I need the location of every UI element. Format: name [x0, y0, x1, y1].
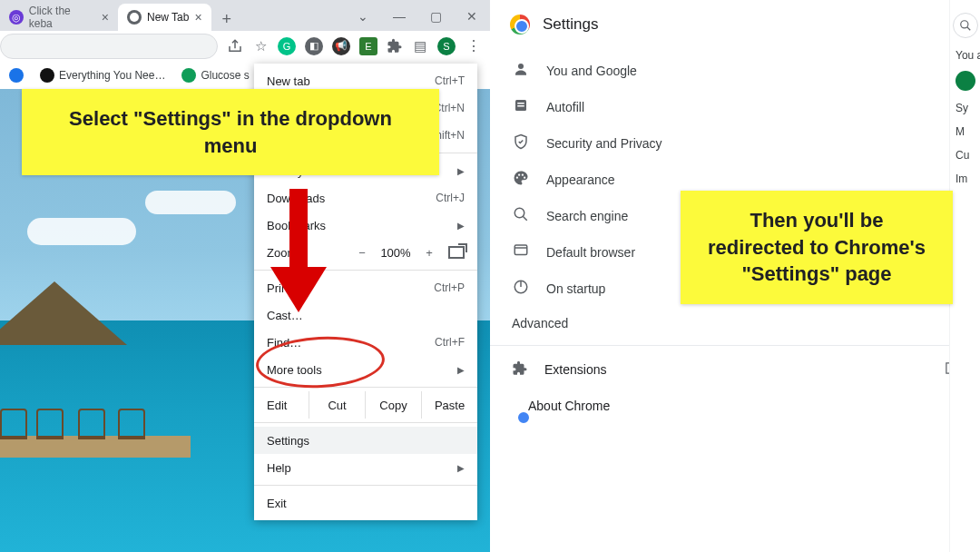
extension-icon[interactable]: ◧: [305, 37, 323, 55]
browser-toolbar: ☆ G ◧ 📢 E ▤ S ⋮: [0, 31, 490, 62]
puzzle-icon: [512, 360, 528, 380]
nav-label: On startup: [546, 281, 605, 296]
nav-label: Default browser: [546, 245, 635, 260]
beach-chair: [36, 409, 64, 439]
annotation-callout: Select "Settings" in the dropdown menu: [22, 89, 439, 175]
peek-text: M: [950, 114, 980, 138]
bookmark-label: Everything You Nee…: [59, 69, 165, 82]
menu-shortcut: Ctrl+F: [435, 336, 465, 349]
extensions-puzzle-icon[interactable]: [387, 38, 403, 54]
peek-text: Sy: [950, 91, 980, 114]
menu-edit-row: Edit Cut Copy Paste: [254, 391, 477, 419]
close-icon[interactable]: ×: [102, 10, 109, 25]
cloud: [145, 191, 236, 214]
profile-avatar: [956, 71, 975, 91]
nav-label: Appearance: [546, 172, 615, 187]
menu-copy[interactable]: Copy: [365, 391, 421, 419]
menu-shortcut: Ctrl+P: [434, 281, 465, 294]
tab-favicon: ◎: [9, 10, 24, 25]
minimize-button[interactable]: —: [381, 2, 417, 31]
autofill-icon: [512, 97, 530, 117]
settings-title: Settings: [543, 15, 598, 34]
maximize-button[interactable]: ▢: [417, 2, 454, 31]
settings-content-peek: You a Sy M Cu Im: [949, 0, 980, 552]
tab-inactive[interactable]: ◎ Click the keba ×: [0, 4, 118, 31]
nav-advanced[interactable]: Advanced ▼: [490, 307, 980, 340]
nav-label: Advanced: [512, 316, 568, 330]
nav-security[interactable]: Security and Privacy: [490, 125, 980, 162]
kebab-menu-button[interactable]: ⋮: [465, 37, 483, 54]
menu-label: Settings: [267, 434, 309, 448]
menu-help[interactable]: Help ▶: [254, 454, 477, 481]
share-icon[interactable]: [227, 38, 243, 54]
nav-label: Extensions: [544, 362, 606, 377]
address-bar[interactable]: [0, 34, 218, 59]
menu-exit[interactable]: Exit: [254, 489, 477, 517]
tab-title: New Tab: [147, 11, 189, 24]
chevron-right-icon: ▶: [457, 463, 465, 473]
cloud: [27, 218, 136, 245]
menu-shortcut: Ctrl+T: [435, 74, 465, 87]
svg-point-9: [514, 208, 524, 218]
svg-line-16: [966, 27, 970, 31]
bookmark-item[interactable]: [9, 68, 24, 83]
power-icon: [512, 279, 530, 299]
star-icon[interactable]: ☆: [252, 38, 269, 54]
zoom-out-button[interactable]: −: [352, 246, 372, 260]
extension-icon[interactable]: E: [359, 37, 377, 55]
svg-point-8: [524, 177, 525, 179]
fullscreen-icon[interactable]: [448, 246, 465, 259]
bookmark-favicon: [40, 68, 54, 83]
menu-paste[interactable]: Paste: [421, 391, 477, 419]
extension-grammarly-icon[interactable]: G: [278, 37, 296, 55]
nav-about-chrome[interactable]: About Chrome: [490, 388, 980, 424]
bookmark-item[interactable]: Glucose s: [181, 68, 249, 83]
nav-extensions[interactable]: Extensions: [490, 351, 980, 388]
svg-point-6: [518, 174, 520, 176]
menu-settings[interactable]: Settings: [254, 427, 477, 454]
new-tab-button[interactable]: +: [215, 7, 239, 31]
person-icon: [512, 61, 530, 81]
svg-point-7: [522, 174, 524, 176]
close-window-button[interactable]: ✕: [454, 2, 490, 31]
svg-rect-4: [517, 105, 524, 107]
nav-autofill[interactable]: Autofill: [490, 89, 980, 125]
profile-avatar[interactable]: S: [437, 37, 456, 55]
svg-point-0: [130, 13, 139, 22]
zoom-in-button[interactable]: +: [419, 246, 439, 260]
svg-point-15: [960, 21, 967, 28]
menu-cut[interactable]: Cut: [309, 391, 365, 419]
beach-chair: [0, 409, 27, 439]
svg-point-1: [518, 64, 524, 69]
extension-megaphone-icon[interactable]: 📢: [332, 37, 350, 55]
bookmark-label: Glucose s: [201, 69, 249, 82]
nav-label: Search engine: [546, 209, 628, 223]
chrome-logo-icon: [510, 15, 530, 34]
peek-text: Im: [950, 162, 980, 185]
menu-label: Help: [267, 461, 291, 475]
nav-label: Security and Privacy: [546, 136, 662, 151]
bookmark-favicon: [9, 68, 24, 83]
search-icon: [512, 206, 530, 226]
browser-icon: [512, 242, 530, 262]
menu-label: Exit: [267, 497, 287, 510]
peek-text: Cu: [950, 138, 980, 162]
annotation-callout: Then you'll be redirected to Chrome's "S…: [681, 191, 953, 304]
beach-chair: [78, 409, 105, 439]
bookmark-favicon: [181, 68, 196, 83]
nav-you-and-google[interactable]: You and Google: [490, 53, 980, 89]
tab-active[interactable]: New Tab ×: [118, 4, 211, 31]
zoom-value: 100%: [377, 246, 414, 260]
tab-favicon: [127, 10, 142, 25]
bookmark-item[interactable]: Everything You Nee…: [40, 68, 165, 83]
svg-point-5: [516, 177, 518, 179]
chevron-right-icon: ▶: [457, 166, 465, 176]
menu-label: Edit: [254, 391, 309, 419]
search-icon[interactable]: [953, 13, 978, 38]
chevron-right-icon: ▶: [457, 221, 465, 231]
peek-text: You a: [950, 38, 980, 62]
shield-icon: [512, 133, 530, 153]
reading-list-icon[interactable]: ▤: [412, 38, 428, 54]
chevron-down-icon[interactable]: ⌄: [345, 2, 381, 31]
close-icon[interactable]: ×: [194, 10, 201, 25]
